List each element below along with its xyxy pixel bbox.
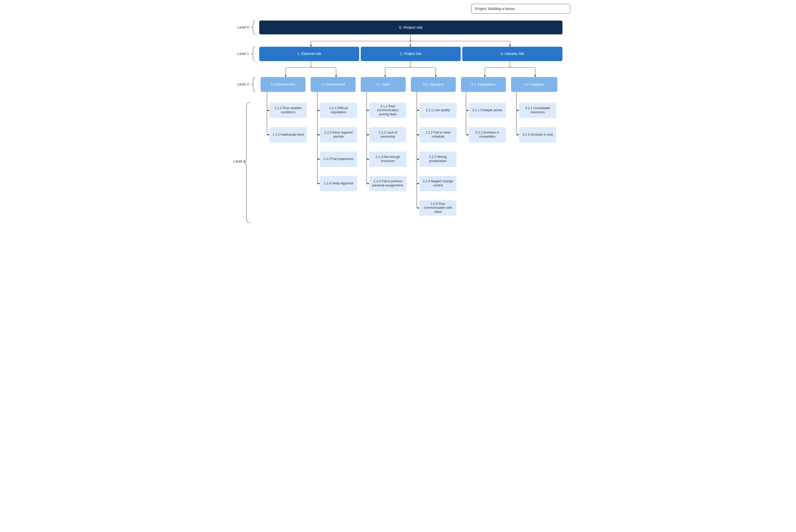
node-1-2-government: 1.2 Government (311, 77, 356, 92)
node-2-project-risk: 2. Project risk (361, 47, 461, 61)
node-0-project-risk: 0. Project risk (259, 21, 562, 34)
level-0-label: Level 0 (231, 25, 249, 29)
node-2-2-1-quality: 2.2.1 Low quality (419, 103, 457, 118)
node-3-1-2-competition: 3.1.2 Increase in competition (469, 127, 506, 142)
node-3-industry-risk: 3. Industry risk (462, 47, 562, 61)
node-1-1-1-weather: 1.1.1 Poor weather conditions (270, 103, 307, 118)
node-2-2-4-change-control: 2.2.4 Neglect change control (419, 176, 457, 191)
project-label-box: Project: Building a house (471, 4, 570, 14)
node-3-2-1-unavailable: 3.2.1 Unavailable resources (519, 103, 556, 118)
node-2-1-2-ownership: 2.1.2 Lack of ownership (369, 127, 406, 142)
node-2-1-3-resources: 2.1.3 Not enough resources (369, 151, 406, 167)
level-1-label: Level 1 (231, 52, 249, 56)
node-3-2-2-cost: 3.2.2 Increase in cost (519, 127, 556, 142)
level-2-label: Level 2 (231, 82, 249, 86)
node-2-2-approach: 2.2. Approach (411, 77, 456, 92)
risk-breakdown-diagram: Project: Building a house Level 0 Level … (218, 0, 578, 257)
node-2-2-3-prioritization: 2.2.3 Wrong prioritization (419, 151, 457, 167)
node-2-2-2-schedule: 2.2.2 Fail to meet schedule (419, 127, 457, 142)
node-2-2-5-client-communication: 2.2.5 Poor communication with client (419, 200, 457, 216)
node-1-2-1-regulations: 1.2.1 Difficult regulations (320, 103, 357, 118)
node-2-1-1-communication: 2.1.1 Poor communication among team (369, 103, 406, 118)
node-1-2-2-permits: 1.2.2 Deny required permits (320, 127, 357, 142)
node-1-1-2-land: 1.1.2 Inadequate land (270, 127, 307, 142)
node-3-2-suppliers: 3.2. Suppliers (511, 77, 557, 92)
node-1-external-risk: 1. External risk (259, 47, 359, 61)
node-1-1-environment: 1.1 Environment (261, 77, 306, 92)
level-3-label: Level 3 (227, 159, 245, 163)
node-1-2-4-approval: 1.2.4 Delay approval (320, 176, 357, 191)
node-3-1-1-prices: 3.1.1 Cheaper prices (469, 103, 506, 118)
node-2-1-team: 2.1 Team (361, 77, 406, 92)
node-1-2-3-inspections: 1.2.3 Fail inspections (320, 151, 357, 167)
node-3-1-competitors: 3.1. Competitors (461, 77, 506, 92)
node-2-1-4-assignments: 2.1.4 Fail to perform personal assignmen… (369, 176, 406, 191)
